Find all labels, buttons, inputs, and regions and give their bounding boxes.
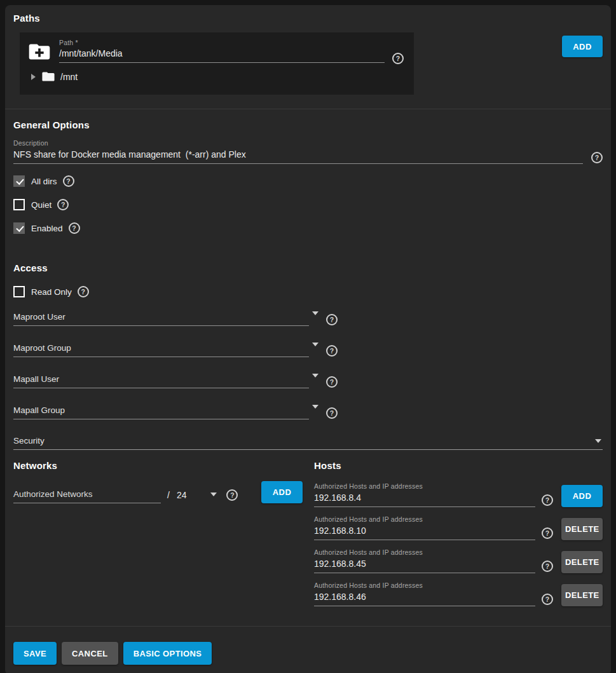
security-select[interactable]: Security (13, 436, 603, 450)
path-input-label: Path * (59, 39, 385, 46)
description-input[interactable]: NFS share for Docker media management (*… (13, 149, 583, 164)
mapall-group-row: Mapall Group (13, 405, 603, 419)
security-label: Security (13, 436, 44, 445)
all-dirs-checkbox[interactable] (13, 175, 25, 187)
authorized-host-label: Authorized Hosts and IP addresses (314, 548, 535, 556)
authorized-host-help-icon[interactable] (542, 527, 553, 539)
chevron-down-icon (312, 311, 318, 315)
chevron-down-icon (210, 493, 217, 496)
mapall-user-select[interactable]: Mapall User (13, 374, 309, 388)
basic-options-button[interactable]: BASIC OPTIONS (123, 642, 212, 665)
tree-node-label: /mnt (60, 72, 78, 82)
authorized-host-input[interactable]: Authorized Hosts and IP addresses 192.16… (314, 515, 535, 540)
chevron-down-icon (312, 374, 318, 377)
authorized-host-label: Authorized Hosts and IP addresses (314, 515, 535, 523)
authorized-host-help-icon[interactable] (542, 561, 553, 572)
authorized-host-label: Authorized Hosts and IP addresses (314, 581, 535, 589)
read-only-help-icon[interactable] (78, 286, 89, 297)
maproot-user-row: Maproot User (13, 311, 603, 326)
host-row: Authorized Hosts and IP addresses 192.16… (314, 480, 603, 507)
networks-hosts-section: Networks Authorized Networks / 24 ADD Ho… (5, 450, 611, 626)
add-network-button[interactable]: ADD (261, 481, 303, 503)
authorized-host-input[interactable]: Authorized Hosts and IP addresses 192.16… (314, 482, 535, 507)
netmask-slash: / (167, 490, 170, 500)
chevron-down-icon (595, 439, 601, 443)
path-input-value: /mnt/tank/Media (59, 48, 385, 62)
mapall-group-select[interactable]: Mapall Group (13, 405, 309, 419)
mapall-user-help-icon[interactable] (326, 376, 338, 388)
read-only-checkbox[interactable] (13, 286, 25, 297)
path-input[interactable]: Path * /mnt/tank/Media (59, 39, 385, 63)
all-dirs-help-icon[interactable] (63, 175, 74, 187)
maproot-group-row: Maproot Group (13, 343, 603, 357)
quiet-label: Quiet (31, 200, 51, 210)
all-dirs-label: All dirs (31, 177, 57, 186)
cancel-button[interactable]: CANCEL (62, 642, 118, 665)
maproot-user-select[interactable]: Maproot User (13, 312, 309, 326)
authorized-host-help-icon[interactable] (542, 494, 553, 506)
chevron-down-icon (312, 343, 318, 346)
paths-heading: Paths (13, 13, 603, 24)
authorized-host-value: 192.168.8.10 (314, 526, 535, 536)
hosts-heading: Hosts (314, 460, 603, 471)
delete-host-button[interactable]: DELETE (561, 518, 603, 540)
delete-host-button[interactable]: DELETE (561, 551, 603, 573)
paths-section: Paths Path * /mnt/tank/Media (5, 5, 611, 109)
description-value: NFS share for Docker media management (*… (13, 149, 246, 160)
folder-plus-icon[interactable] (29, 43, 50, 64)
networks-column: Networks Authorized Networks / 24 ADD (13, 460, 303, 612)
authorized-host-input[interactable]: Authorized Hosts and IP addresses 192.16… (314, 581, 535, 606)
netmask-select[interactable]: 24 (177, 490, 187, 500)
mapall-group-help-icon[interactable] (326, 407, 338, 419)
authorized-host-value: 192.168.8.45 (314, 559, 535, 569)
description-label: Description (13, 139, 603, 147)
hosts-column: Hosts Authorized Hosts and IP addresses … (314, 460, 603, 612)
authorized-networks-help-icon[interactable] (226, 489, 238, 501)
maproot-group-help-icon[interactable] (326, 345, 338, 357)
nfs-share-form-card: Paths Path * /mnt/tank/Media (5, 5, 611, 673)
tree-node-mnt[interactable]: /mnt (29, 71, 404, 82)
enabled-help-icon[interactable] (69, 222, 80, 234)
enabled-label: Enabled (31, 224, 63, 233)
path-explorer-panel: Path * /mnt/tank/Media /mnt (20, 32, 414, 95)
quiet-help-icon[interactable] (57, 199, 69, 210)
read-only-label: Read Only (31, 287, 72, 297)
authorized-host-help-icon[interactable] (542, 594, 553, 605)
authorized-host-value: 192.168.8.4 (314, 493, 535, 503)
authorized-host-value: 192.168.8.46 (314, 592, 535, 602)
access-heading: Access (13, 262, 603, 273)
chevron-down-icon (312, 405, 318, 409)
authorized-host-input[interactable]: Authorized Hosts and IP addresses 192.16… (314, 548, 535, 573)
mapall-user-row: Mapall User (13, 374, 603, 388)
path-help-icon[interactable] (392, 53, 404, 64)
maproot-user-help-icon[interactable] (326, 314, 338, 325)
access-section: Access Read Only Maproot User Maproot Gr… (5, 246, 611, 450)
footer-actions: SAVE CANCEL BASIC OPTIONS (5, 627, 611, 673)
checkbox-row-all-dirs: All dirs (13, 175, 603, 187)
delete-host-button[interactable]: DELETE (561, 584, 603, 606)
tree-expand-icon[interactable] (31, 74, 36, 80)
authorized-networks-row: Authorized Networks / 24 ADD (13, 481, 303, 503)
authorized-networks-input[interactable]: Authorized Networks (13, 489, 161, 503)
general-options-section: General Options Description NFS share fo… (5, 109, 611, 246)
description-help-icon[interactable] (591, 152, 603, 163)
host-row: Authorized Hosts and IP addresses 192.16… (314, 579, 603, 606)
add-path-button[interactable]: ADD (562, 36, 603, 57)
authorized-host-label: Authorized Hosts and IP addresses (314, 482, 535, 490)
host-row: Authorized Hosts and IP addresses 192.16… (314, 513, 603, 540)
checkbox-row-quiet: Quiet (13, 199, 603, 210)
host-row: Authorized Hosts and IP addresses 192.16… (314, 546, 603, 573)
quiet-checkbox[interactable] (13, 199, 25, 210)
enabled-checkbox[interactable] (13, 222, 25, 234)
add-host-button[interactable]: ADD (561, 485, 603, 507)
general-options-heading: General Options (13, 119, 603, 130)
maproot-group-select[interactable]: Maproot Group (13, 343, 309, 357)
checkbox-row-enabled: Enabled (13, 222, 603, 234)
networks-heading: Networks (13, 460, 303, 471)
folder-icon (42, 71, 55, 82)
footer-spacer (217, 642, 603, 665)
checkbox-row-read-only: Read Only (13, 286, 603, 297)
save-button[interactable]: SAVE (13, 642, 57, 665)
